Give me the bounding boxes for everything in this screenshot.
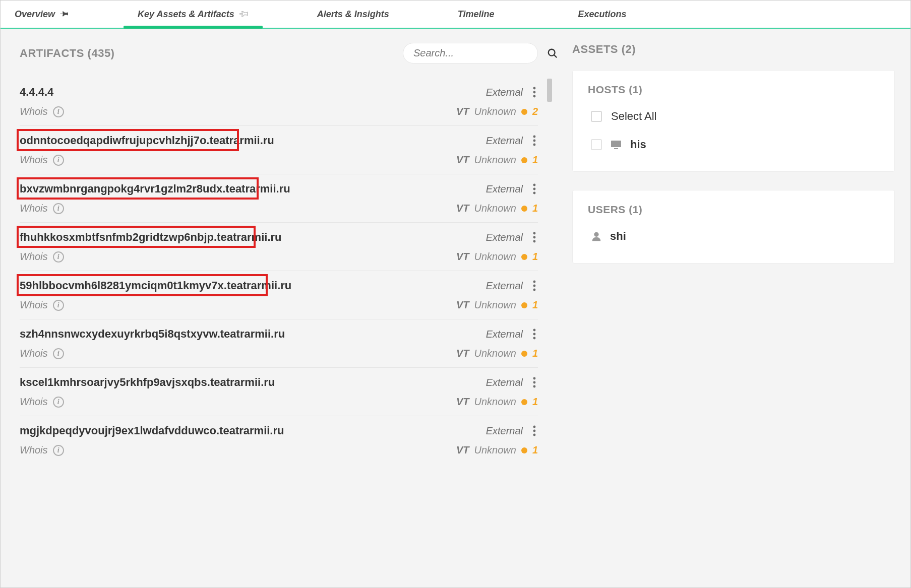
tab-alerts[interactable]: Alerts & Insights [303,1,403,28]
search-icon[interactable] [547,48,558,59]
svg-point-14 [533,281,536,283]
artifact-tag: External [486,329,523,340]
vt-status[interactable]: VTUnknown1 [456,299,538,311]
svg-point-4 [533,95,536,98]
svg-point-28 [594,232,598,237]
info-icon[interactable]: i [53,397,64,408]
artifact-name[interactable]: kscel1kmhrsoarjvy5rkhfp9avjsxqbs.teatrar… [20,376,486,389]
info-icon[interactable]: i [53,203,64,214]
whois-link[interactable]: Whoisi [20,299,64,311]
host-row[interactable]: his [591,138,879,151]
vt-status[interactable]: VTUnknown1 [456,154,538,166]
artifacts-title-label: ARTIFACTS [20,47,84,59]
masked-text [654,139,770,151]
more-vertical-icon[interactable] [531,230,538,245]
artifact-row[interactable]: szh4nnsnwcxydexuyrkrbq5i8qstxyvw.teatrar… [20,319,538,368]
artifact-list[interactable]: 4.4.4.4ExternalWhoisiVTUnknown2odnntocoe… [20,78,553,464]
info-icon[interactable]: i [53,300,64,311]
artifact-row[interactable]: 59hlbbocvmh6l8281ymciqm0t1kmyv7x.teatrar… [20,271,538,319]
status-dot-icon [521,109,527,115]
select-all-label: Select All [611,110,657,123]
info-icon[interactable]: i [53,106,64,117]
vt-status[interactable]: VTUnknown1 [456,444,538,456]
tab-executions[interactable]: Executions [564,1,641,28]
user-icon [591,231,602,242]
artifact-name[interactable]: 4.4.4.4 [20,86,486,99]
scrollbar-thumb[interactable] [547,79,552,102]
vt-status-text: Unknown [474,203,516,214]
more-vertical-icon[interactable] [531,423,538,438]
vt-status[interactable]: VTUnknown1 [456,396,538,408]
whois-label: Whois [20,348,48,359]
artifact-row[interactable]: odnntocoedqapdiwfrujupcvhlzhjj7o.teatrar… [20,126,538,174]
status-dot-icon [521,399,527,405]
info-icon[interactable]: i [53,348,64,359]
tab-overview[interactable]: Overview [1,1,83,28]
select-all-row[interactable]: Select All [591,110,879,123]
vt-count: 1 [532,299,538,311]
svg-point-8 [533,184,536,186]
artifact-name[interactable]: bxvzwmbnrgangpokg4rvr1gzlm2r8udx.teatrar… [20,182,486,195]
artifact-name[interactable]: 59hlbbocvmh6l8281ymciqm0t1kmyv7x.teatrar… [20,279,486,292]
vt-status[interactable]: VTUnknown1 [456,251,538,263]
vt-status-text: Unknown [474,154,516,166]
svg-point-22 [533,385,536,388]
svg-point-25 [533,434,536,436]
vt-label: VT [456,299,469,311]
artifact-name[interactable]: fhuhkkosxmbtfsnfmb2gridtzwp6nbjp.teatrar… [20,231,486,244]
whois-link[interactable]: Whoisi [20,203,64,214]
whois-link[interactable]: Whoisi [20,444,64,456]
artifact-row[interactable]: mgjkdpeqdyvoujrj9ex1lwdafvdduwco.teatrar… [20,416,538,464]
whois-label: Whois [20,154,48,166]
artifacts-title: ARTIFACTS (435) [20,47,114,60]
whois-link[interactable]: Whoisi [20,251,64,263]
more-vertical-icon[interactable] [531,278,538,293]
artifact-row[interactable]: 4.4.4.4ExternalWhoisiVTUnknown2 [20,78,538,126]
artifact-name[interactable]: odnntocoedqapdiwfrujupcvhlzhjj7o.teatrar… [20,134,486,147]
search-input[interactable] [413,47,542,59]
artifact-tag: External [486,183,523,195]
vt-status[interactable]: VTUnknown1 [456,348,538,359]
whois-link[interactable]: Whoisi [20,396,64,408]
artifact-tag: External [486,377,523,388]
whois-link[interactable]: Whoisi [20,154,64,166]
svg-point-16 [533,289,536,291]
whois-label: Whois [20,251,48,263]
info-icon[interactable]: i [53,251,64,263]
artifact-name[interactable]: mgjkdpeqdyvoujrj9ex1lwdafvdduwco.teatrar… [20,424,486,437]
artifact-row[interactable]: bxvzwmbnrgangpokg4rvr1gzlm2r8udx.teatrar… [20,174,538,223]
more-vertical-icon[interactable] [531,375,538,390]
more-vertical-icon[interactable] [531,85,538,100]
tab-key-assets[interactable]: Key Assets & Artifacts [124,1,263,28]
more-vertical-icon[interactable] [531,326,538,342]
info-icon[interactable]: i [53,155,64,166]
more-vertical-icon[interactable] [531,133,538,148]
more-vertical-icon[interactable] [531,181,538,197]
svg-point-21 [533,381,536,384]
info-icon[interactable]: i [53,445,64,456]
monitor-icon [610,139,622,151]
artifact-row[interactable]: kscel1kmhrsoarjvy5rkhfp9avjsxqbs.teatrar… [20,368,538,416]
artifact-bottom: WhoisiVTUnknown1 [20,396,538,408]
tab-timeline[interactable]: Timeline [444,1,509,28]
artifact-bottom: WhoisiVTUnknown1 [20,203,538,214]
whois-label: Whois [20,299,48,311]
hosts-card-title: HOSTS (1) [588,84,879,96]
vt-status[interactable]: VTUnknown2 [456,106,538,117]
user-row[interactable]: shi [591,230,879,243]
whois-link[interactable]: Whoisi [20,106,64,117]
whois-link[interactable]: Whoisi [20,348,64,359]
search-box[interactable] [403,43,538,63]
vt-status-text: Unknown [474,348,516,359]
svg-point-13 [533,240,536,243]
vt-label: VT [456,154,469,166]
assets-heading: ASSETS (2) [572,43,910,56]
svg-point-20 [533,377,536,380]
select-all-checkbox[interactable] [591,111,602,122]
vt-status[interactable]: VTUnknown1 [456,203,538,214]
users-card: USERS (1) shi [572,190,895,264]
artifact-name[interactable]: szh4nnsnwcxydexuyrkrbq5i8qstxyvw.teatrar… [20,328,486,341]
artifact-top: szh4nnsnwcxydexuyrkrbq5i8qstxyvw.teatrar… [20,326,538,342]
host-checkbox[interactable] [591,139,602,150]
artifact-row[interactable]: fhuhkkosxmbtfsnfmb2gridtzwp6nbjp.teatrar… [20,223,538,271]
